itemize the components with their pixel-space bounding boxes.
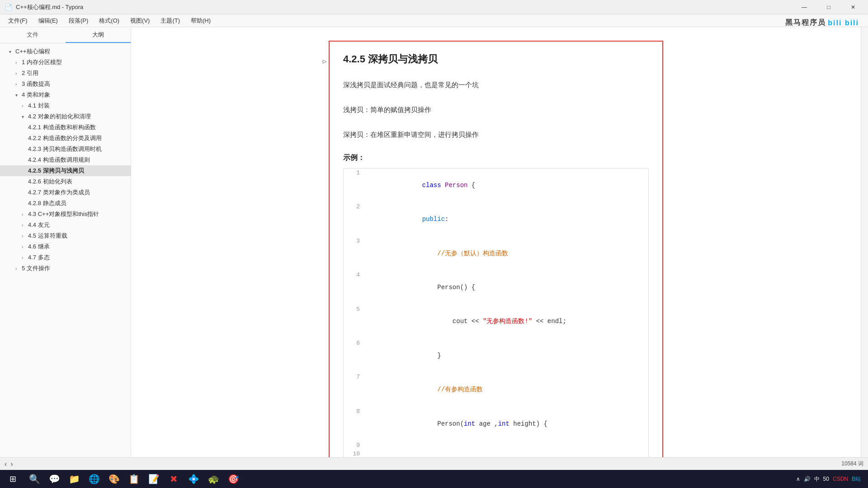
deep-copy-paragraph: 深拷贝：在堆区重新申请空间，进行拷贝操作: [343, 128, 649, 141]
menu-bar: 文件(F) 编辑(E) 段落(P) 格式(O) 视图(V) 主题(T) 帮助(H…: [0, 14, 868, 27]
line-code: Person() {: [365, 271, 648, 305]
sidebar-item-4-2[interactable]: ▾ 4.2 对象的初始化和清理: [0, 111, 131, 122]
minimize-button[interactable]: —: [794, 0, 815, 14]
taskbar-chat[interactable]: 💬: [45, 471, 63, 487]
intro-paragraph: 深浅拷贝是面试经典问题，也是常见的一个坑: [343, 79, 649, 91]
sidebar-item-root[interactable]: ▾ C++核心编程: [0, 46, 131, 57]
sidebar-item-2[interactable]: › 2 引用: [0, 68, 131, 79]
arrow-icon: ›: [22, 234, 28, 239]
arrow-icon: ▾: [15, 93, 22, 98]
section-title: 4.2.5 深拷贝与浅拷贝: [343, 52, 649, 66]
menu-paragraph[interactable]: 段落(P): [64, 16, 93, 26]
sidebar-item-3[interactable]: › 3 函数提高: [0, 79, 131, 89]
code-line-2: 2 public:: [344, 202, 648, 236]
sidebar-item-4-1[interactable]: › 4.1 封装: [0, 100, 131, 111]
tray-battery: 50: [823, 476, 829, 482]
tray-bilibili: B站: [852, 475, 861, 483]
menu-theme[interactable]: 主题(T): [156, 16, 184, 26]
code-line-5: 5 cout << "无参构造函数!" << endl;: [344, 305, 648, 339]
sidebar-item-label: 4.5 运算符重载: [28, 232, 67, 240]
menu-view[interactable]: 视图(V): [126, 16, 154, 26]
arrow-icon: ▾: [22, 114, 28, 119]
line-number: 3: [344, 237, 365, 271]
taskbar-browser[interactable]: 🌐: [85, 471, 103, 487]
line-code: class Person {: [365, 169, 648, 202]
sidebar-item-4-2-1[interactable]: 4.2.1 构造函数和析构函数: [0, 122, 131, 133]
sidebar-item-label: 4.2.5 深拷贝与浅拷贝: [28, 167, 84, 175]
sidebar-item-4-5[interactable]: › 4.5 运算符重载: [0, 230, 131, 241]
line-code: cout << "无参构造函数!" << endl;: [365, 305, 648, 339]
window-title: C++核心编程.md - Typora: [16, 3, 83, 11]
menu-file[interactable]: 文件(F): [4, 16, 32, 26]
sidebar-item-4-6[interactable]: › 4.6 继承: [0, 241, 131, 252]
title-bar: 📄 C++核心编程.md - Typora — □ ✕: [0, 0, 868, 14]
sidebar-item-label: 4.2.7 类对象作为类成员: [28, 188, 90, 197]
nav-right-button[interactable]: ›: [10, 460, 13, 468]
sidebar-item-label: 2 引用: [22, 69, 38, 77]
line-number: 8: [344, 407, 365, 441]
bottom-bar-right: 10584 词: [841, 460, 863, 468]
sidebar-item-label: 4.2 对象的初始化和清理: [28, 113, 91, 121]
sidebar-item-4[interactable]: ▾ 4 类和对象: [0, 89, 131, 100]
sidebar-item-4-2-6[interactable]: 4.2.6 初始化列表: [0, 176, 131, 187]
sidebar-item-1[interactable]: › 1 内存分区模型: [0, 57, 131, 68]
sidebar-item-label: C++核心编程: [15, 47, 50, 56]
arrow-icon: ▾: [9, 49, 15, 54]
sidebar-item-5[interactable]: › 5 文件操作: [0, 263, 131, 274]
taskbar-notepad[interactable]: 📝: [145, 471, 163, 487]
sidebar-item-label: 4.2.8 静态成员: [28, 199, 66, 207]
sidebar-item-label: 4.2.2 构造函数的分类及调用: [28, 134, 102, 142]
sidebar-item-label: 4.7 多态: [28, 253, 50, 262]
maximize-button[interactable]: □: [818, 0, 839, 14]
sidebar-item-4-2-4[interactable]: 4.2.4 构造函数调用规则: [0, 155, 131, 165]
keyword-class: class: [422, 182, 441, 189]
sidebar-item-4-4[interactable]: › 4.4 友元: [0, 220, 131, 230]
tab-files[interactable]: 文件: [0, 27, 66, 43]
taskbar-right: ∧ 🔊 中 50 CSDN B站: [793, 475, 864, 483]
tray-ime[interactable]: 中: [814, 475, 820, 483]
tray-arrow[interactable]: ∧: [796, 476, 800, 482]
app-icon: 📄: [5, 4, 12, 11]
title-bar-controls: — □ ✕: [794, 0, 863, 14]
taskbar-app3[interactable]: 🎯: [224, 471, 242, 487]
taskbar-clipboard[interactable]: 📋: [125, 471, 143, 487]
sidebar-item-4-2-3[interactable]: 4.2.3 拷贝构造函数调用时机: [0, 144, 131, 155]
tray-speaker[interactable]: 🔊: [804, 476, 811, 482]
line-number: 10: [344, 450, 365, 457]
sidebar-item-label: 4.2.6 初始化列表: [28, 178, 72, 186]
start-button[interactable]: ⊞: [4, 471, 22, 487]
sidebar-item-4-2-8[interactable]: 4.2.8 静态成员: [0, 198, 131, 209]
close-button[interactable]: ✕: [843, 0, 863, 14]
nav-left-button[interactable]: ‹: [5, 460, 7, 468]
taskbar-search[interactable]: 🔍: [25, 471, 43, 487]
taskbar: ⊞ 🔍 💬 📁 🌐 🎨 📋 📝 ✖ 💠 🐢 🎯 ∧ 🔊 中 50 CSDN B站: [0, 470, 868, 488]
sidebar-item-label: 4.4 友元: [28, 221, 50, 229]
taskbar-vs[interactable]: 💠: [184, 471, 203, 487]
taskbar-graphics[interactable]: 🎨: [105, 471, 123, 487]
taskbar-app1[interactable]: ✖: [165, 471, 183, 487]
sidebar-item-4-2-5[interactable]: 4.2.5 深拷贝与浅拷贝: [0, 165, 131, 176]
sidebar-item-label: 4.1 封装: [28, 102, 50, 110]
code-line-7: 7 //有参构造函数: [344, 373, 648, 407]
sidebar-item-label: 3 函数提高: [22, 80, 50, 88]
arrow-icon: ›: [22, 103, 28, 108]
tab-outline[interactable]: 大纲: [66, 27, 131, 43]
watermark-text: 黑马程序员: [785, 18, 826, 28]
sidebar-item-label: 4.2.3 拷贝构造函数调用时机: [28, 145, 102, 153]
taskbar-explorer[interactable]: 📁: [65, 471, 83, 487]
sidebar-item-4-3[interactable]: › 4.3 C++对象模型和this指针: [0, 209, 131, 220]
editor-area[interactable]: ⊳ 4.2.5 深拷贝与浅拷贝 深浅拷贝是面试经典问题，也是常见的一个坑 浅拷贝…: [131, 27, 861, 457]
sidebar-item-4-2-7[interactable]: 4.2.7 类对象作为类成员: [0, 187, 131, 198]
menu-help[interactable]: 帮助(H): [186, 16, 215, 26]
line-code: }: [365, 339, 648, 373]
fold-indicator: ⊳: [322, 58, 327, 65]
right-panel[interactable]: [861, 27, 868, 457]
sidebar-item-4-2-2[interactable]: 4.2.2 构造函数的分类及调用: [0, 133, 131, 144]
menu-format[interactable]: 格式(O): [94, 16, 124, 26]
sidebar-item-4-7[interactable]: › 4.7 多态: [0, 252, 131, 263]
bottom-bar: ‹ › 10584 词: [0, 457, 868, 470]
menu-edit[interactable]: 编辑(E): [34, 16, 62, 26]
content-box: ⊳ 4.2.5 深拷贝与浅拷贝 深浅拷贝是面试经典问题，也是常见的一个坑 浅拷贝…: [329, 41, 663, 457]
code-line-1: 1 class Person {: [344, 169, 648, 202]
taskbar-app2[interactable]: 🐢: [204, 471, 222, 487]
